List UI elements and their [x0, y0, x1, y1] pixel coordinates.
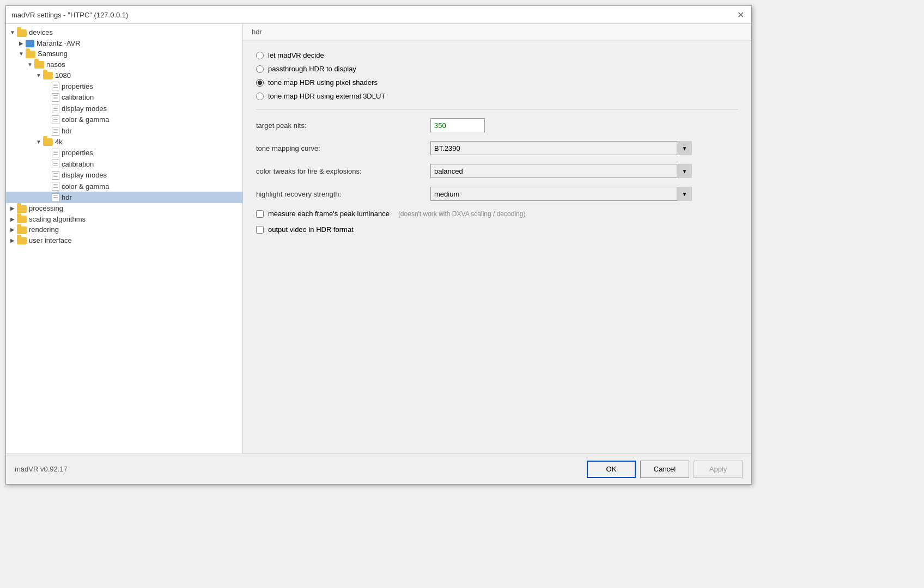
tree-label-hdr2: hdr — [62, 193, 72, 201]
main-window: madVR settings - "HTPC" (127.0.0.1) ✕ ▼d… — [5, 5, 752, 485]
select-color_tweaks[interactable]: balancedlowmediumhighoff — [430, 164, 692, 178]
sidebar-item-hdr1[interactable]: hdr — [6, 125, 242, 137]
checkbox-input-output_hdr[interactable] — [256, 226, 264, 234]
tree-label-nasos: nasos — [46, 60, 65, 69]
sidebar: ▼devices▶Marantz -AVR▼Samsung▼nasos▼1080… — [6, 24, 243, 454]
form-row-highlight_recovery: highlight recovery strength:mediumlowhig… — [256, 187, 738, 201]
sidebar-item-devices[interactable]: ▼devices — [6, 27, 242, 38]
radio-input-tone_map_3dlut[interactable] — [256, 93, 264, 100]
form-control-color_tweaks: balancedlowmediumhighoff▼ — [430, 164, 738, 178]
select-wrapper-tone_mapping_curve: BT.2390BT.2446cReinhardLinear▼ — [430, 141, 692, 155]
cancel-button[interactable]: Cancel — [640, 461, 689, 478]
doc-icon-properties2 — [52, 148, 59, 157]
folder-icon-rendering — [17, 225, 27, 234]
main-content: ▼devices▶Marantz -AVR▼Samsung▼nasos▼1080… — [6, 24, 751, 454]
sidebar-item-rendering[interactable]: ▶rendering — [6, 224, 242, 235]
select-highlight_recovery[interactable]: mediumlowhighoff — [430, 187, 692, 201]
text-input-target_peak_nits[interactable] — [430, 118, 485, 132]
tree-arrow-4k: ▼ — [34, 139, 43, 145]
checkbox-item-measure_peak[interactable]: measure each frame's peak luminance(does… — [256, 210, 738, 218]
radio-item-let_madvr[interactable]: let madVR decide — [256, 51, 738, 59]
sidebar-item-samsung[interactable]: ▼Samsung — [6, 48, 242, 59]
form-control-highlight_recovery: mediumlowhighoff▼ — [430, 187, 738, 201]
bottom-bar: madVR v0.92.17 OK Cancel Apply — [6, 454, 751, 484]
sidebar-item-1080[interactable]: ▼1080 — [6, 70, 242, 81]
tree-label-scaling: scaling algorithms — [29, 215, 86, 223]
select-wrapper-color_tweaks: balancedlowmediumhighoff▼ — [430, 164, 692, 178]
sidebar-item-nasos[interactable]: ▼nasos — [6, 59, 242, 70]
form-label-color_tweaks: color tweaks for fire & explosions: — [256, 167, 430, 175]
form-label-target_peak_nits: target peak nits: — [256, 121, 430, 130]
sidebar-item-display_modes1[interactable]: display modes — [6, 103, 242, 114]
form-label-tone_mapping_curve: tone mapping curve: — [256, 144, 430, 152]
tree-label-display_modes1: display modes — [62, 105, 107, 113]
doc-icon-hdr1 — [52, 126, 59, 136]
form-fields: target peak nits:tone mapping curve:BT.2… — [256, 118, 738, 201]
folder-icon-devices — [17, 28, 27, 37]
radio-label-let_madvr: let madVR decide — [268, 51, 324, 59]
tree-arrow-samsung: ▼ — [17, 51, 26, 57]
sidebar-item-properties1[interactable]: properties — [6, 81, 242, 92]
ok-button[interactable]: OK — [587, 461, 636, 478]
checkbox-label-output_hdr: output video in HDR format — [268, 225, 354, 234]
sidebar-item-color_gamma1[interactable]: color & gamma — [6, 114, 242, 126]
form-row-tone_mapping_curve: tone mapping curve:BT.2390BT.2446cReinha… — [256, 141, 738, 155]
sidebar-item-color_gamma2[interactable]: color & gamma — [6, 181, 242, 192]
radio-input-tone_map_pixel[interactable] — [256, 79, 264, 87]
folder-icon-processing — [17, 204, 27, 213]
select-tone_mapping_curve[interactable]: BT.2390BT.2446cReinhardLinear — [430, 141, 692, 155]
tree-label-display_modes2: display modes — [62, 171, 107, 179]
folder-icon-nasos — [34, 60, 44, 69]
radio-item-passthrough[interactable]: passthrough HDR to display — [256, 65, 738, 73]
hdr-mode-radio-group: let madVR decidepassthrough HDR to displ… — [256, 51, 738, 100]
tree-arrow-rendering: ▶ — [8, 226, 17, 232]
panel-title: hdr — [252, 28, 262, 36]
checkbox-hint-measure_peak: (doesn't work with DXVA scaling / decodi… — [398, 210, 526, 218]
form-row-target_peak_nits: target peak nits: — [256, 118, 738, 132]
computer-icon-marantz — [26, 39, 34, 48]
sidebar-item-processing[interactable]: ▶processing — [6, 203, 242, 214]
checkbox-label-measure_peak: measure each frame's peak luminance — [268, 210, 390, 218]
panel-header: hdr — [243, 24, 751, 40]
form-row-color_tweaks: color tweaks for fire & explosions:balan… — [256, 164, 738, 178]
radio-label-tone_map_pixel: tone map HDR using pixel shaders — [268, 78, 378, 87]
sidebar-item-calibration2[interactable]: calibration — [6, 158, 242, 170]
sidebar-item-4k[interactable]: ▼4k — [6, 137, 242, 148]
sidebar-item-display_modes2[interactable]: display modes — [6, 169, 242, 181]
doc-icon-hdr2 — [52, 193, 59, 202]
radio-input-let_madvr[interactable] — [256, 52, 264, 59]
tree-label-calibration2: calibration — [62, 160, 94, 168]
doc-icon-display_modes2 — [52, 170, 59, 180]
tree-arrow-marantz: ▶ — [17, 40, 26, 46]
radio-label-passthrough: passthrough HDR to display — [268, 65, 356, 73]
tree-arrow-nasos: ▼ — [26, 62, 34, 68]
title-bar: madVR settings - "HTPC" (127.0.0.1) ✕ — [6, 6, 751, 24]
form-label-highlight_recovery: highlight recovery strength: — [256, 190, 430, 198]
radio-item-tone_map_3dlut[interactable]: tone map HDR using external 3DLUT — [256, 92, 738, 100]
doc-icon-color_gamma1 — [52, 115, 59, 125]
tree-arrow-processing: ▶ — [8, 205, 17, 211]
radio-item-tone_map_pixel[interactable]: tone map HDR using pixel shaders — [256, 78, 738, 87]
form-control-tone_mapping_curve: BT.2390BT.2446cReinhardLinear▼ — [430, 141, 738, 155]
folder-icon-4k — [43, 138, 53, 146]
close-button[interactable]: ✕ — [735, 9, 746, 20]
sidebar-item-calibration1[interactable]: calibration — [6, 91, 242, 103]
tree-label-user_interface: user interface — [29, 236, 72, 244]
sidebar-item-marantz[interactable]: ▶Marantz -AVR — [6, 38, 242, 49]
button-group: OK Cancel Apply — [587, 461, 743, 478]
radio-input-passthrough[interactable] — [256, 65, 264, 73]
tree-label-rendering: rendering — [29, 225, 59, 234]
tree-label-devices: devices — [29, 28, 53, 36]
folder-icon-1080 — [43, 71, 53, 79]
sidebar-item-scaling[interactable]: ▶scaling algorithms — [6, 214, 242, 225]
checkbox-input-measure_peak[interactable] — [256, 210, 264, 218]
tree-arrow-1080: ▼ — [34, 72, 43, 78]
sidebar-item-hdr2[interactable]: hdr — [6, 192, 242, 203]
apply-button[interactable]: Apply — [694, 461, 743, 478]
tree-label-color_gamma2: color & gamma — [62, 182, 109, 191]
tree-label-1080: 1080 — [55, 71, 71, 79]
divider — [256, 109, 738, 109]
checkbox-item-output_hdr[interactable]: output video in HDR format — [256, 225, 738, 234]
sidebar-item-properties2[interactable]: properties — [6, 147, 242, 158]
sidebar-item-user_interface[interactable]: ▶user interface — [6, 235, 242, 246]
